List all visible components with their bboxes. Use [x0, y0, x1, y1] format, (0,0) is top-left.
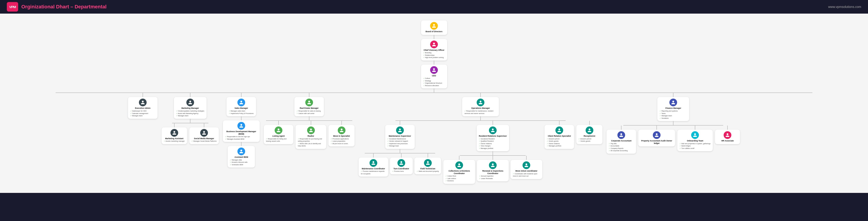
maint-l3: Maintenance Coordinator Process maintena… [359, 153, 441, 177]
re-group-col: Real Estate Manager Responsible for sale… [264, 93, 354, 149]
rr-sup-avatar [489, 126, 497, 134]
move-in-spec-avatar [338, 126, 345, 134]
bdm-avatar [238, 122, 245, 130]
recept-avatar [586, 126, 593, 134]
board-title: Board of Directors [423, 30, 445, 33]
maint-coord-avatar [370, 159, 377, 167]
ceo-b4: Resource allocation [423, 84, 445, 87]
msup-b3: Implement new processes [388, 143, 412, 145]
mktg-mgr-title: Marketing Manager [176, 107, 204, 109]
social-media-avatar [200, 129, 208, 137]
corp-acc-avatar [617, 131, 625, 139]
msup-b4: Manage team [388, 145, 412, 147]
ceo-b2: Strategy [423, 80, 445, 82]
listing-agent-title: Listing Agent [266, 135, 291, 137]
bdm-b1: Responsible to own the sign-ups [225, 136, 257, 138]
cvo-bullets: Branding Relationships High-level proble… [423, 52, 445, 59]
exec-admin-avatar [139, 99, 147, 106]
node-renewal: Renewal & Inspections Coordinator Annual… [477, 160, 509, 181]
ceo-title: CEO [423, 75, 445, 77]
msup-b2: Vendor onboard & Support [388, 140, 412, 143]
mio-b1: Coordinates with residents upon move in … [513, 173, 540, 178]
sales-mgr-title: Sales Manager [229, 107, 254, 109]
re-mgr-bullets: Responsible for sales & leasing Liaison … [297, 110, 322, 115]
r-b1: Responsible for purchasing and selling p… [298, 138, 324, 143]
onboarding-bullets: Add new properties in system, gatherings… [680, 143, 710, 150]
field-tech-title: Field Technician [417, 168, 439, 170]
chart-container: Board of Directors Chief Visionary Offic… [0, 13, 868, 193]
col-b1: Collect Rent [445, 175, 473, 178]
node-hr: HR Associate [715, 130, 740, 144]
moveinout-bullets: Coordinates with residents upon move in … [513, 173, 540, 178]
rrs-b2: Qualified Resident [479, 140, 507, 143]
rem-b2: Liaison with call center [297, 112, 322, 115]
collections-col: Collections & Evictions Coordinator Coll… [443, 156, 475, 184]
crs-b2: Greets guests [547, 140, 572, 143]
mktg-mgr-bullets: Creates/updates marketing strategies Ass… [176, 110, 204, 117]
listing-agent-avatar [275, 126, 282, 134]
onboarding-col: Onboarding Team Add new properties in sy… [677, 125, 713, 151]
node-exec-admin: Executive Admin Gatekeeper for CEO Calen… [128, 97, 158, 118]
rr-sup-bullets: Socialized Resident Qualified Resident O… [479, 138, 507, 150]
la-b1: Responsible for listing and leasing vaca… [266, 138, 291, 143]
moveinout-avatar [523, 161, 530, 169]
board-avatar [430, 22, 438, 30]
bdm-title: Business Development Manager (BDM) [225, 130, 257, 135]
msup-b1: Socialized Maintenance [388, 138, 412, 140]
exec-admin-title: Executive Admin [130, 107, 155, 109]
fm-b2: Taxes [660, 112, 687, 115]
mm-b1: Creates/updates marketing strategies [176, 110, 204, 112]
finance-group-col: Finance Manager Reporting and systems Ta… [607, 93, 740, 153]
l4-container: Executive Admin Gatekeeper for CEO Calen… [13, 93, 855, 184]
ft-b1: Walk and document property [417, 170, 439, 173]
mktg-asst-avatar [170, 129, 178, 137]
collections-bullets: Collect Rent Late notices Evictions [445, 175, 473, 182]
node-receptionist: Receptionist Answers phone Greets guests [576, 125, 602, 144]
moveinout-title: Move in/out coordinator [513, 170, 540, 172]
mis-b1: Processes applications [331, 138, 352, 140]
renewal-avatar [489, 161, 497, 169]
cvo-b1: Branding [423, 52, 445, 54]
mktg-asst-title: Marketing Assistant [164, 137, 185, 140]
abm-b2: Answers inbound calls [230, 161, 253, 164]
crs-b4: Manages portfolio [547, 145, 572, 147]
rrs-b1: Socialized Resident [479, 138, 507, 140]
listing-agent-col: Listing Agent Responsible for listing an… [264, 121, 293, 149]
ops-mgr-bullets: Responsible for maintenance, resident se… [464, 110, 497, 115]
node-maint-coord: Maintenance Coordinator Process maintena… [359, 157, 388, 177]
maint-sup-avatar [396, 126, 404, 134]
corp-acc-bullets: Pay bills Accountable Company Reports Al… [609, 143, 634, 152]
node-ceo: CEO Culture Strategy Organizational Stru… [421, 65, 447, 88]
renewal-col: Renewal & Inspections Coordinator Annual… [477, 156, 509, 184]
node-moveinout: Move in/out coordinator Coordinates with… [510, 160, 542, 179]
node-cvo: Chief Visionary Officer Branding Relatio… [421, 39, 447, 61]
header-url: www.vpmsolutions.com [828, 5, 861, 9]
mktg-mgr-avatar [186, 99, 194, 106]
cvo-b3: High-level problem solving [423, 57, 445, 59]
node-board: Board of Directors [421, 21, 447, 35]
re-mgr-title: Real Estate Manager [297, 107, 322, 109]
renewal-bullets: Annual inspection Lease Renewals [479, 175, 506, 180]
ceo-bullets: Culture Strategy Organizational Structur… [423, 77, 445, 87]
recept-title: Receptionist [579, 135, 600, 137]
social-media-title: Social Media Manager [192, 137, 217, 140]
corp-acc-title: Corporate Accountant [609, 140, 634, 142]
moveinout-col: Move in/out coordinator Coordinates with… [510, 156, 542, 184]
r-b2: Works with LAs to identify and help clie… [298, 143, 324, 147]
ops-children-row: Maintenance Supervisor Socialized Mainte… [359, 121, 602, 184]
ceo-avatar [430, 66, 438, 74]
node-field-tech: Field Technician Walk and document prope… [414, 157, 441, 174]
org-chart: Board of Directors Chief Visionary Offic… [9, 18, 859, 186]
mis-b2: Lease preparation [331, 140, 352, 143]
mc-b1: Process maintenance requests for occupan… [361, 170, 386, 175]
fm-b4: Socializes [660, 117, 687, 120]
mktg-asst-bullets: Assists marketing manager [164, 140, 185, 143]
asst-bdm-bullets: Manages data Answers inbound calls Sched… [230, 159, 253, 166]
turn-coord-bullets: Process turns [392, 170, 410, 173]
sm-b1: Manages Social Media Platforms [192, 140, 217, 143]
ren-b2: Lease Renewals [479, 178, 506, 180]
abm-b1: Manages data [230, 159, 253, 161]
l4-row: Executive Admin Gatekeeper for CEO Calen… [13, 93, 855, 184]
header: VPM Orginizational Dhart – Departmental … [0, 0, 868, 13]
col-b3: Evictions [445, 180, 473, 182]
